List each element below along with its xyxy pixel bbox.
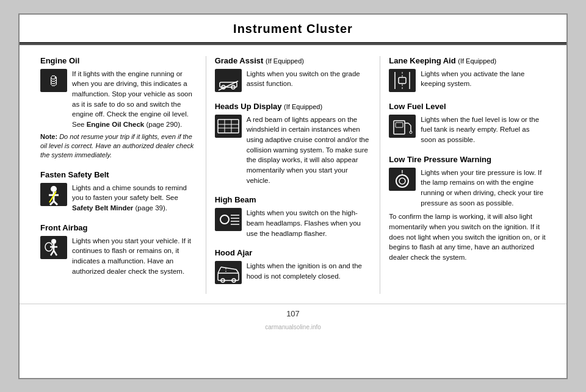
grade-assist-text: Lights when you switch on the grade assi… (247, 69, 372, 89)
grade-assist-row: Lights when you switch on the grade assi… (215, 69, 372, 92)
highbeam-icon (215, 208, 242, 231)
section-title-high-beam: High Beam (215, 195, 372, 204)
svg-rect-21 (215, 115, 242, 138)
heads-up-text: A red beam of lights appears on the wind… (247, 115, 372, 186)
page-footer: 107 (20, 304, 566, 322)
section-title-engine-oil: Engine Oil (40, 56, 197, 65)
high-beam-row: Lights when you switch on the high-beam … (215, 208, 372, 238)
oil-icon: 🛢 (40, 69, 67, 92)
content-area: Engine Oil 🛢 If it lights with the engin… (20, 43, 566, 301)
section-fasten-belt: Fasten Safety Belt Lights and a chime so… (40, 170, 197, 213)
page-container: Instrument Cluster Engine Oil 🛢 If it li… (18, 13, 568, 379)
belt-icon (40, 183, 67, 206)
section-heads-up: Heads Up Display (If Equipped) A red bea… (215, 102, 372, 186)
section-title-grade-assist: Grade Assist (If Equipped) (215, 56, 372, 65)
grade-icon (215, 69, 242, 92)
section-high-beam: High Beam Lights when you switch on the … (215, 195, 372, 238)
hood-ajar-text: Lights when the ignition is on and the h… (247, 261, 372, 281)
svg-point-3 (51, 186, 57, 192)
front-airbag-text: Lights when you start your vehicle. If i… (72, 236, 197, 277)
svg-rect-16 (215, 69, 242, 92)
engine-oil-text-partial: If it lights with the engine running or … (72, 69, 197, 130)
column-right: Lane Keeping Aid (If Equipped) Lights wh… (380, 56, 554, 294)
lane-keeping-row: Lights when you activate the lane keepin… (389, 69, 546, 92)
tire-pressure-text-2: To confirm the lamp is working, it will … (389, 212, 546, 262)
section-title-hood-ajar: Hood Ajar (215, 248, 372, 257)
fasten-belt-text: Lights and a chime sounds to remind you … (72, 183, 197, 213)
page-title: Instrument Cluster (20, 22, 566, 36)
section-title-tire-pressure: Low Tire Pressure Warning (389, 155, 546, 164)
section-title-fasten-belt: Fasten Safety Belt (40, 170, 197, 179)
engine-oil-note: Note: Do not resume your trip if it ligh… (40, 132, 197, 160)
high-beam-text: Lights when you switch on the high-beam … (247, 208, 372, 238)
watermark: carmanualsoline.info (20, 322, 566, 333)
low-fuel-row: Lights when the fuel level is low or the… (389, 115, 546, 145)
section-title-lane-keeping: Lane Keeping Aid (If Equipped) (389, 56, 546, 65)
page-number: 107 (286, 309, 300, 318)
section-hood-ajar: Hood Ajar Lights (215, 248, 372, 284)
tire-icon: ! (389, 168, 416, 191)
section-title-heads-up: Heads Up Display (If Equipped) (215, 102, 372, 111)
airbag-icon (40, 236, 67, 259)
column-middle: Grade Assist (If Equipped) Lights when y… (206, 56, 381, 294)
heads-up-icon (215, 115, 242, 138)
page-header: Instrument Cluster (20, 15, 566, 43)
section-title-front-airbag: Front Airbag (40, 223, 197, 232)
hood-icon (215, 261, 242, 284)
tire-pressure-row: ! Lights when your tire pressure is low.… (389, 168, 546, 208)
section-tire-pressure: Low Tire Pressure Warning ! Lights when … (389, 155, 546, 263)
hood-ajar-row: Lights when the ignition is on and the h… (215, 261, 372, 284)
heads-up-row: A red beam of lights appears on the wind… (215, 115, 372, 186)
front-airbag-row: Lights when you start your vehicle. If i… (40, 236, 197, 277)
low-fuel-text: Lights when the fuel level is low or the… (421, 115, 546, 145)
section-front-airbag: Front Airbag Lights when you start your … (40, 223, 197, 277)
section-engine-oil: Engine Oil 🛢 If it lights with the engin… (40, 56, 197, 160)
section-grade-assist: Grade Assist (If Equipped) Lights when y… (215, 56, 372, 92)
tire-pressure-text-1: Lights when your tire pressure is low. I… (421, 168, 546, 208)
section-low-fuel: Low Fuel Level Lights when the fuel leve… (389, 102, 546, 145)
section-lane-keeping: Lane Keeping Aid (If Equipped) Lights wh… (389, 56, 546, 92)
fasten-belt-row: Lights and a chime sounds to remind you … (40, 183, 197, 213)
svg-text:!: ! (402, 169, 403, 176)
svg-point-10 (51, 239, 56, 244)
lane-keeping-text: Lights when you activate the lane keepin… (421, 69, 546, 89)
section-title-low-fuel: Low Fuel Level (389, 102, 546, 111)
svg-text:🛢: 🛢 (48, 74, 60, 88)
engine-oil-row: 🛢 If it lights with the engine running o… (40, 69, 197, 130)
column-left: Engine Oil 🛢 If it lights with the engin… (32, 56, 206, 294)
lane-icon (389, 69, 416, 92)
fuel-icon (389, 115, 416, 138)
